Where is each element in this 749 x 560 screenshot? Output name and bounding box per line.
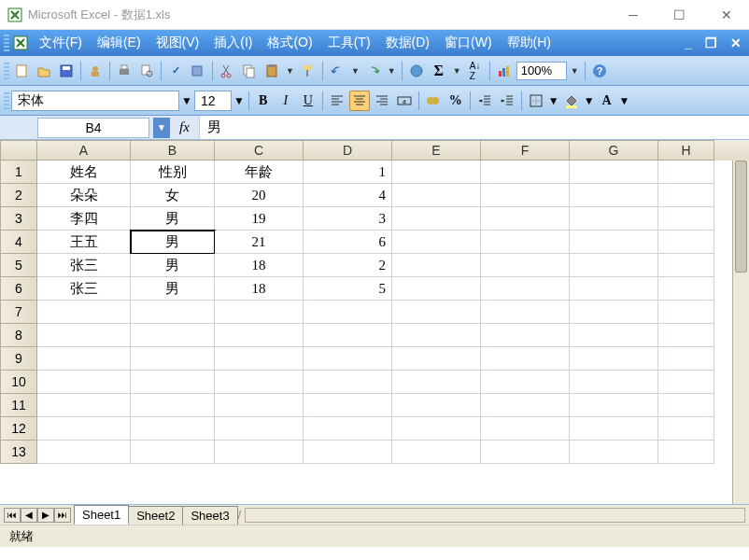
- close-button[interactable]: ✕: [712, 4, 742, 26]
- cell-A10[interactable]: [37, 371, 131, 394]
- redo-icon[interactable]: [363, 61, 384, 81]
- name-box[interactable]: [37, 118, 149, 138]
- percent-button[interactable]: %: [445, 91, 466, 111]
- chart-wizard-icon[interactable]: [494, 61, 515, 81]
- cell-F6[interactable]: [481, 277, 570, 301]
- cell-C2[interactable]: 20: [215, 184, 304, 207]
- decrease-indent-button[interactable]: [474, 91, 495, 111]
- cell-C11[interactable]: [215, 394, 304, 417]
- row-header-6[interactable]: 6: [0, 277, 37, 301]
- cell-E6[interactable]: [392, 277, 481, 301]
- cell-E11[interactable]: [392, 394, 481, 417]
- row-header-3[interactable]: 3: [0, 207, 37, 231]
- cell-G1[interactable]: [570, 161, 658, 184]
- name-box-dropdown[interactable]: ▼: [153, 118, 170, 138]
- cell-G5[interactable]: [570, 254, 658, 277]
- cell-H12[interactable]: [658, 417, 714, 441]
- mdi-restore-button[interactable]: ❐: [701, 35, 721, 50]
- cell-E8[interactable]: [392, 324, 481, 347]
- cell-E9[interactable]: [392, 347, 481, 371]
- font-name-input[interactable]: [11, 91, 179, 111]
- cell-C5[interactable]: 18: [215, 254, 304, 277]
- spelling-icon[interactable]: ✓: [165, 61, 186, 81]
- cell-D4[interactable]: 6: [304, 231, 392, 254]
- cell-B11[interactable]: [131, 394, 215, 417]
- sort-asc-icon[interactable]: A↓Z: [465, 61, 486, 81]
- permission-icon[interactable]: [85, 61, 106, 81]
- sheet-tab-2[interactable]: Sheet2: [128, 506, 183, 525]
- select-all-corner[interactable]: [0, 140, 37, 161]
- bold-button[interactable]: B: [253, 91, 274, 111]
- column-header-B[interactable]: B: [131, 140, 215, 161]
- row-header-8[interactable]: 8: [0, 324, 37, 347]
- currency-button[interactable]: [423, 91, 444, 111]
- autosum-dropdown[interactable]: ▼: [451, 66, 463, 76]
- cell-G9[interactable]: [570, 347, 658, 371]
- cell-A5[interactable]: 张三: [37, 254, 131, 277]
- scroll-thumb[interactable]: [735, 161, 747, 273]
- cell-E10[interactable]: [392, 371, 481, 394]
- autosum-icon[interactable]: Σ: [429, 61, 449, 81]
- fill-color-dropdown[interactable]: ▼: [584, 94, 595, 107]
- align-left-button[interactable]: [327, 91, 347, 111]
- new-icon[interactable]: [11, 61, 32, 81]
- print-preview-icon[interactable]: [136, 61, 157, 81]
- cell-G7[interactable]: [570, 301, 658, 324]
- cell-A9[interactable]: [37, 347, 131, 371]
- borders-button[interactable]: [526, 91, 546, 111]
- row-header-2[interactable]: 2: [0, 184, 37, 207]
- cell-E4[interactable]: [392, 231, 481, 254]
- fill-color-button[interactable]: [561, 91, 582, 111]
- cell-C13[interactable]: [215, 441, 304, 464]
- cell-H10[interactable]: [658, 371, 714, 394]
- cell-A8[interactable]: [37, 324, 131, 347]
- menu-data[interactable]: 数据(D): [378, 32, 437, 54]
- cell-G8[interactable]: [570, 324, 658, 347]
- cell-H11[interactable]: [658, 394, 714, 417]
- minimize-button[interactable]: ─: [619, 4, 647, 26]
- column-header-A[interactable]: A: [37, 140, 131, 161]
- cell-F8[interactable]: [481, 324, 570, 347]
- cell-H9[interactable]: [658, 347, 714, 371]
- cell-E5[interactable]: [392, 254, 481, 277]
- cell-F3[interactable]: [481, 207, 570, 231]
- cell-C4[interactable]: 21: [215, 231, 304, 254]
- column-header-C[interactable]: C: [215, 140, 304, 161]
- print-icon[interactable]: [114, 61, 134, 81]
- toolbar-grip[interactable]: [4, 35, 9, 51]
- cell-H7[interactable]: [658, 301, 714, 324]
- cell-F2[interactable]: [481, 184, 570, 207]
- column-header-D[interactable]: D: [304, 140, 392, 161]
- row-header-11[interactable]: 11: [0, 394, 37, 417]
- cell-F7[interactable]: [481, 301, 570, 324]
- cell-D13[interactable]: [304, 441, 392, 464]
- borders-dropdown[interactable]: ▼: [548, 94, 559, 107]
- align-center-button[interactable]: [349, 91, 370, 111]
- vertical-scrollbar[interactable]: [732, 161, 749, 504]
- tab-nav-next[interactable]: ▶: [37, 508, 54, 523]
- cell-C12[interactable]: [215, 417, 304, 441]
- cell-H3[interactable]: [658, 207, 714, 231]
- toolbar-grip[interactable]: [4, 92, 9, 109]
- hyperlink-icon[interactable]: [406, 61, 427, 81]
- toolbar-grip[interactable]: [4, 63, 9, 79]
- cell-F12[interactable]: [481, 417, 570, 441]
- cell-E2[interactable]: [392, 184, 481, 207]
- cell-E3[interactable]: [392, 207, 481, 231]
- cell-B4[interactable]: 男: [131, 231, 215, 254]
- cell-A2[interactable]: 朵朵: [37, 184, 131, 207]
- cell-E7[interactable]: [392, 301, 481, 324]
- font-size-input[interactable]: [194, 91, 232, 111]
- cell-D1[interactable]: 1: [304, 161, 392, 184]
- cell-F10[interactable]: [481, 371, 570, 394]
- cell-B9[interactable]: [131, 347, 215, 371]
- cell-H2[interactable]: [658, 184, 714, 207]
- row-header-10[interactable]: 10: [0, 371, 37, 394]
- menu-file[interactable]: 文件(F): [32, 32, 90, 54]
- cell-B2[interactable]: 女: [131, 184, 215, 207]
- tab-nav-prev[interactable]: ◀: [21, 508, 37, 523]
- font-name-dropdown[interactable]: ▼: [181, 94, 192, 107]
- tab-nav-last[interactable]: ⏭: [54, 508, 71, 523]
- cell-C10[interactable]: [215, 371, 304, 394]
- increase-indent-button[interactable]: [497, 91, 517, 111]
